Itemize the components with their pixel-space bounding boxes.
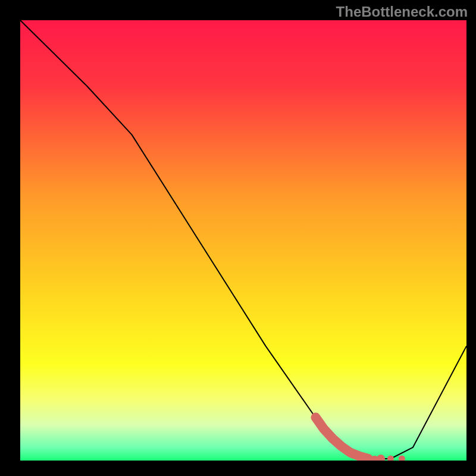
highlight-dash: [371, 456, 378, 461]
watermark-label: TheBottleneck.com: [336, 4, 468, 20]
bottleneck-chart: [20, 20, 466, 461]
chart-frame: TheBottleneck.com: [0, 0, 476, 476]
